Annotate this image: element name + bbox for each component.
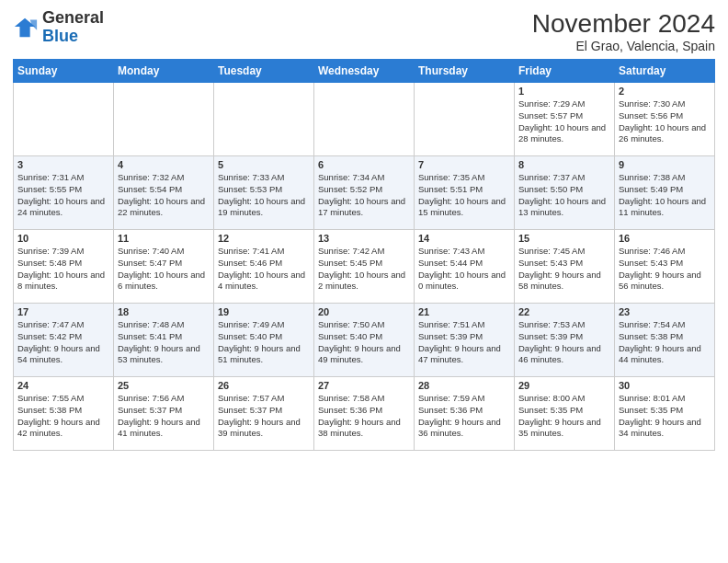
- day-info: Sunrise: 7:58 AM Sunset: 5:36 PM Dayligh…: [318, 393, 410, 440]
- day-info: Sunrise: 7:41 AM Sunset: 5:46 PM Dayligh…: [218, 246, 310, 293]
- day-cell: 27Sunrise: 7:58 AM Sunset: 5:36 PM Dayli…: [314, 377, 415, 451]
- day-number: 7: [418, 159, 510, 170]
- logo-icon: [13, 15, 39, 40]
- day-number: 14: [418, 233, 510, 244]
- day-cell: [415, 83, 515, 156]
- location: El Grao, Valencia, Spain: [532, 39, 715, 53]
- title-block: November 2024 El Grao, Valencia, Spain: [532, 9, 715, 53]
- day-number: 1: [518, 86, 610, 97]
- day-number: 17: [17, 306, 109, 317]
- logo: General Blue: [13, 9, 104, 46]
- header: General Blue November 2024 El Grao, Vale…: [13, 9, 715, 53]
- day-info: Sunrise: 7:42 AM Sunset: 5:45 PM Dayligh…: [318, 246, 410, 293]
- day-number: 27: [318, 380, 410, 391]
- day-number: 4: [118, 159, 210, 170]
- day-cell: 3Sunrise: 7:31 AM Sunset: 5:55 PM Daylig…: [14, 156, 114, 230]
- day-number: 21: [418, 306, 510, 317]
- day-number: 10: [17, 233, 109, 244]
- logo-text: General Blue: [42, 9, 104, 46]
- weekday-thursday: Thursday: [415, 60, 515, 83]
- day-info: Sunrise: 7:50 AM Sunset: 5:40 PM Dayligh…: [318, 319, 410, 366]
- day-number: 30: [619, 380, 711, 391]
- day-cell: 16Sunrise: 7:46 AM Sunset: 5:43 PM Dayli…: [615, 230, 715, 304]
- day-cell: [214, 83, 314, 156]
- day-info: Sunrise: 7:43 AM Sunset: 5:44 PM Dayligh…: [418, 246, 510, 293]
- day-cell: 19Sunrise: 7:49 AM Sunset: 5:40 PM Dayli…: [214, 304, 314, 377]
- day-cell: 21Sunrise: 7:51 AM Sunset: 5:39 PM Dayli…: [415, 304, 515, 377]
- weekday-wednesday: Wednesday: [314, 60, 415, 83]
- day-info: Sunrise: 7:56 AM Sunset: 5:37 PM Dayligh…: [118, 393, 210, 440]
- weekday-monday: Monday: [114, 60, 214, 83]
- weekday-sunday: Sunday: [14, 60, 114, 83]
- day-info: Sunrise: 7:32 AM Sunset: 5:54 PM Dayligh…: [118, 172, 210, 219]
- day-info: Sunrise: 7:46 AM Sunset: 5:43 PM Dayligh…: [619, 246, 711, 293]
- day-cell: 26Sunrise: 7:57 AM Sunset: 5:37 PM Dayli…: [214, 377, 314, 451]
- week-row-5: 24Sunrise: 7:55 AM Sunset: 5:38 PM Dayli…: [14, 377, 715, 451]
- page: General Blue November 2024 El Grao, Vale…: [0, 0, 728, 563]
- week-row-2: 3Sunrise: 7:31 AM Sunset: 5:55 PM Daylig…: [14, 156, 715, 230]
- day-info: Sunrise: 7:30 AM Sunset: 5:56 PM Dayligh…: [619, 98, 711, 145]
- day-cell: 14Sunrise: 7:43 AM Sunset: 5:44 PM Dayli…: [415, 230, 515, 304]
- day-number: 24: [17, 380, 109, 391]
- day-number: 29: [518, 380, 610, 391]
- day-info: Sunrise: 7:51 AM Sunset: 5:39 PM Dayligh…: [418, 319, 510, 366]
- day-cell: 10Sunrise: 7:39 AM Sunset: 5:48 PM Dayli…: [14, 230, 114, 304]
- day-info: Sunrise: 7:47 AM Sunset: 5:42 PM Dayligh…: [17, 319, 109, 366]
- day-cell: 4Sunrise: 7:32 AM Sunset: 5:54 PM Daylig…: [114, 156, 214, 230]
- day-info: Sunrise: 7:38 AM Sunset: 5:49 PM Dayligh…: [619, 172, 711, 219]
- day-number: 23: [619, 306, 711, 317]
- day-cell: 13Sunrise: 7:42 AM Sunset: 5:45 PM Dayli…: [314, 230, 415, 304]
- day-number: 15: [518, 233, 610, 244]
- day-cell: 30Sunrise: 8:01 AM Sunset: 5:35 PM Dayli…: [615, 377, 715, 451]
- day-cell: 8Sunrise: 7:37 AM Sunset: 5:50 PM Daylig…: [515, 156, 615, 230]
- day-info: Sunrise: 8:00 AM Sunset: 5:35 PM Dayligh…: [518, 393, 610, 440]
- day-info: Sunrise: 7:55 AM Sunset: 5:38 PM Dayligh…: [17, 393, 109, 440]
- day-info: Sunrise: 7:33 AM Sunset: 5:53 PM Dayligh…: [218, 172, 310, 219]
- day-number: 16: [619, 233, 711, 244]
- weekday-saturday: Saturday: [615, 60, 715, 83]
- weekday-header-row: SundayMondayTuesdayWednesdayThursdayFrid…: [14, 60, 715, 83]
- day-cell: [114, 83, 214, 156]
- day-cell: 12Sunrise: 7:41 AM Sunset: 5:46 PM Dayli…: [214, 230, 314, 304]
- day-info: Sunrise: 7:29 AM Sunset: 5:57 PM Dayligh…: [518, 98, 610, 145]
- day-number: 3: [17, 159, 109, 170]
- day-info: Sunrise: 7:53 AM Sunset: 5:39 PM Dayligh…: [518, 319, 610, 366]
- day-info: Sunrise: 7:37 AM Sunset: 5:50 PM Dayligh…: [518, 172, 610, 219]
- day-cell: 25Sunrise: 7:56 AM Sunset: 5:37 PM Dayli…: [114, 377, 214, 451]
- day-number: 5: [218, 159, 310, 170]
- day-cell: 22Sunrise: 7:53 AM Sunset: 5:39 PM Dayli…: [515, 304, 615, 377]
- day-number: 12: [218, 233, 310, 244]
- week-row-1: 1Sunrise: 7:29 AM Sunset: 5:57 PM Daylig…: [14, 83, 715, 156]
- day-info: Sunrise: 7:40 AM Sunset: 5:47 PM Dayligh…: [118, 246, 210, 293]
- day-number: 2: [619, 86, 711, 97]
- day-number: 9: [619, 159, 711, 170]
- day-cell: 29Sunrise: 8:00 AM Sunset: 5:35 PM Dayli…: [515, 377, 615, 451]
- day-number: 22: [518, 306, 610, 317]
- month-title: November 2024: [532, 9, 715, 39]
- day-cell: 15Sunrise: 7:45 AM Sunset: 5:43 PM Dayli…: [515, 230, 615, 304]
- day-info: Sunrise: 7:35 AM Sunset: 5:51 PM Dayligh…: [418, 172, 510, 219]
- calendar: SundayMondayTuesdayWednesdayThursdayFrid…: [13, 59, 715, 451]
- day-number: 20: [318, 306, 410, 317]
- day-cell: [14, 83, 114, 156]
- day-cell: 9Sunrise: 7:38 AM Sunset: 5:49 PM Daylig…: [615, 156, 715, 230]
- day-number: 6: [318, 159, 410, 170]
- day-cell: 2Sunrise: 7:30 AM Sunset: 5:56 PM Daylig…: [615, 83, 715, 156]
- day-info: Sunrise: 8:01 AM Sunset: 5:35 PM Dayligh…: [619, 393, 711, 440]
- day-number: 25: [118, 380, 210, 391]
- week-row-4: 17Sunrise: 7:47 AM Sunset: 5:42 PM Dayli…: [14, 304, 715, 377]
- day-cell: [314, 83, 415, 156]
- day-cell: 1Sunrise: 7:29 AM Sunset: 5:57 PM Daylig…: [515, 83, 615, 156]
- day-info: Sunrise: 7:57 AM Sunset: 5:37 PM Dayligh…: [218, 393, 310, 440]
- day-cell: 23Sunrise: 7:54 AM Sunset: 5:38 PM Dayli…: [615, 304, 715, 377]
- day-cell: 18Sunrise: 7:48 AM Sunset: 5:41 PM Dayli…: [114, 304, 214, 377]
- day-number: 13: [318, 233, 410, 244]
- day-cell: 24Sunrise: 7:55 AM Sunset: 5:38 PM Dayli…: [14, 377, 114, 451]
- day-info: Sunrise: 7:48 AM Sunset: 5:41 PM Dayligh…: [118, 319, 210, 366]
- day-cell: 5Sunrise: 7:33 AM Sunset: 5:53 PM Daylig…: [214, 156, 314, 230]
- day-cell: 17Sunrise: 7:47 AM Sunset: 5:42 PM Dayli…: [14, 304, 114, 377]
- day-cell: 11Sunrise: 7:40 AM Sunset: 5:47 PM Dayli…: [114, 230, 214, 304]
- day-info: Sunrise: 7:31 AM Sunset: 5:55 PM Dayligh…: [17, 172, 109, 219]
- day-info: Sunrise: 7:34 AM Sunset: 5:52 PM Dayligh…: [318, 172, 410, 219]
- day-number: 11: [118, 233, 210, 244]
